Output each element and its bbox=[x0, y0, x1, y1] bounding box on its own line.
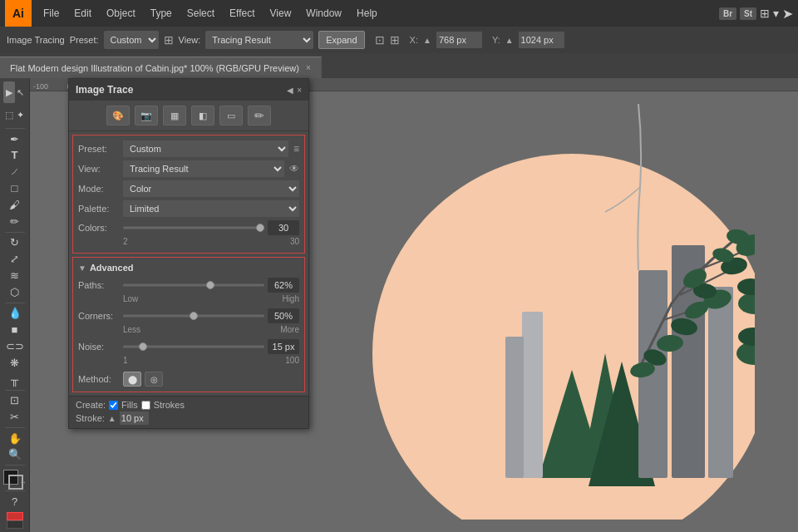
method-overlapping-button[interactable]: ◎ bbox=[145, 372, 163, 387]
svg-rect-23 bbox=[522, 312, 543, 478]
toolbar-separator-2 bbox=[5, 232, 25, 233]
select-tool[interactable]: ▶ bbox=[3, 81, 15, 103]
preset-menu-icon[interactable]: ≡ bbox=[293, 143, 299, 155]
panel-collapse-button[interactable]: ◀ bbox=[287, 86, 293, 95]
colors-min: 2 bbox=[123, 237, 128, 246]
direct-select-tool[interactable]: ↖ bbox=[15, 81, 27, 103]
view-field-select[interactable]: Tracing Result bbox=[123, 160, 284, 177]
tab-title: Flat Modern design Illustration of Cabin… bbox=[10, 63, 299, 73]
menu-window[interactable]: Window bbox=[299, 4, 348, 22]
pencil-tool[interactable]: ✏ bbox=[3, 214, 27, 229]
view-select[interactable]: Tracing Result bbox=[205, 31, 313, 49]
warp-tool[interactable]: ≋ bbox=[3, 268, 27, 283]
main-settings-section: Preset: Custom ≡ View: Tracing Result 👁 bbox=[72, 135, 305, 254]
tech-drawing-preset-btn[interactable]: ▭ bbox=[219, 106, 243, 126]
colors-slider-row: Colors: 30 bbox=[78, 220, 299, 235]
stroke-arrow-up[interactable]: ▲ bbox=[108, 414, 116, 423]
help-button[interactable]: ? bbox=[3, 494, 27, 510]
noise-label: Noise: bbox=[78, 342, 120, 352]
scale-tool[interactable]: ⤢ bbox=[3, 251, 27, 267]
line-art-preset-btn[interactable]: ◧ bbox=[191, 106, 214, 126]
noise-max: 100 bbox=[285, 356, 299, 365]
preset-field-select[interactable]: Custom bbox=[123, 140, 288, 157]
menu-file[interactable]: File bbox=[37, 4, 66, 22]
shape-tool[interactable]: □ bbox=[3, 180, 27, 196]
colors-thumb[interactable] bbox=[256, 224, 264, 232]
slice-tool[interactable]: ✂ bbox=[3, 409, 27, 425]
menu-view[interactable]: View bbox=[264, 4, 298, 22]
rotate-tool[interactable]: ↻ bbox=[3, 234, 27, 250]
y-input[interactable] bbox=[519, 32, 564, 48]
document-tab[interactable]: Flat Modern design Illustration of Cabin… bbox=[0, 57, 322, 78]
menu-object[interactable]: Object bbox=[100, 4, 142, 22]
corners-slider[interactable] bbox=[123, 310, 264, 322]
view-eye-icon[interactable]: 👁 bbox=[289, 163, 299, 175]
corners-thumb[interactable] bbox=[190, 312, 198, 320]
gray-color-box[interactable] bbox=[7, 520, 23, 529]
artboard-tool[interactable]: ⊡ bbox=[3, 392, 27, 408]
menu-effect[interactable]: Effect bbox=[223, 4, 261, 22]
stroke-input[interactable] bbox=[120, 411, 149, 425]
sketched-art-preset-btn[interactable]: 📷 bbox=[135, 106, 158, 126]
view-row: View: Tracing Result 👁 bbox=[78, 160, 299, 177]
paths-slider[interactable] bbox=[123, 279, 264, 291]
stock-button[interactable]: St bbox=[740, 7, 756, 20]
blend-tool[interactable]: ⊂⊃ bbox=[3, 338, 27, 354]
expand-button[interactable]: Expand bbox=[318, 31, 364, 49]
paths-minmax: Low High bbox=[123, 294, 299, 305]
column-graph-tool[interactable]: ╥ bbox=[3, 372, 27, 387]
auto-color-preset-btn[interactable]: 🎨 bbox=[106, 106, 130, 126]
lasso-tool[interactable]: ⬚ bbox=[3, 104, 15, 126]
red-color-box[interactable] bbox=[7, 512, 23, 520]
toolbar-separator-7 bbox=[5, 490, 25, 491]
x-arrow-up[interactable]: ▲ bbox=[423, 36, 431, 45]
menu-type[interactable]: Type bbox=[144, 4, 179, 22]
image-trace-panel: Image Trace ◀ × 🎨 📷 ▦ ◧ ▭ ✏ Preset: bbox=[68, 78, 309, 429]
magic-wand-tool[interactable]: ✦ bbox=[15, 104, 27, 126]
paintbrush-tool[interactable]: 🖌 bbox=[3, 197, 27, 213]
palette-row: Palette: Limited bbox=[78, 200, 299, 217]
line-tool[interactable]: ⟋ bbox=[3, 164, 27, 180]
shaper-tool[interactable]: ⬡ bbox=[3, 284, 27, 300]
noise-thumb[interactable] bbox=[139, 342, 147, 351]
corners-minmax: Less More bbox=[123, 325, 299, 336]
share-icon[interactable]: ➤ bbox=[782, 6, 793, 22]
fill-stroke-widget[interactable]: ↔ bbox=[3, 470, 27, 486]
pen-tool[interactable]: ✒ bbox=[3, 131, 27, 147]
hand-tool[interactable]: ✋ bbox=[3, 431, 27, 446]
method-abutting-button[interactable]: ⬤ bbox=[123, 372, 141, 387]
palette-field-label: Palette: bbox=[78, 204, 120, 214]
y-arrow-up[interactable]: ▲ bbox=[505, 36, 514, 45]
paths-thumb[interactable] bbox=[206, 281, 214, 289]
colors-slider[interactable] bbox=[123, 222, 264, 234]
gradient-tool[interactable]: ■ bbox=[3, 322, 27, 337]
advanced-arrow-icon[interactable]: ▼ bbox=[78, 264, 86, 273]
panel-close-button[interactable]: × bbox=[297, 86, 302, 95]
x-input[interactable] bbox=[436, 32, 482, 48]
menu-select[interactable]: Select bbox=[180, 4, 221, 22]
type-tool[interactable]: T bbox=[3, 148, 27, 164]
silhouettes-preset-btn[interactable]: ▦ bbox=[163, 106, 186, 126]
symbol-tool[interactable]: ❋ bbox=[3, 355, 27, 371]
tab-close-button[interactable]: × bbox=[306, 63, 311, 72]
preset-icon[interactable]: ⊞ bbox=[164, 33, 174, 47]
preset-select[interactable]: Custom bbox=[104, 31, 159, 49]
svg-rect-6 bbox=[708, 287, 733, 478]
panel-header[interactable]: Image Trace ◀ × bbox=[69, 79, 308, 101]
noise-slider[interactable] bbox=[123, 341, 264, 352]
corners-label: Corners: bbox=[78, 311, 120, 321]
mode-field-select[interactable]: Color bbox=[123, 180, 299, 197]
advanced-title: Advanced bbox=[90, 263, 134, 273]
hand-drawn-preset-btn[interactable]: ✏ bbox=[248, 106, 271, 126]
fills-checkbox[interactable] bbox=[109, 401, 118, 410]
strokes-checkbox[interactable] bbox=[141, 401, 150, 410]
palette-field-select[interactable]: Limited bbox=[123, 200, 299, 217]
menu-edit[interactable]: Edit bbox=[67, 4, 98, 22]
workspace-icon[interactable]: ⊞ ▾ bbox=[760, 7, 779, 20]
zoom-tool[interactable]: 🔍 bbox=[3, 447, 27, 463]
menu-help[interactable]: Help bbox=[350, 4, 384, 22]
x-label: X: bbox=[410, 35, 418, 45]
corners-value: 50% bbox=[268, 308, 299, 323]
eyedropper-tool[interactable]: 💧 bbox=[3, 305, 27, 321]
bridge-button[interactable]: Br bbox=[719, 7, 736, 20]
